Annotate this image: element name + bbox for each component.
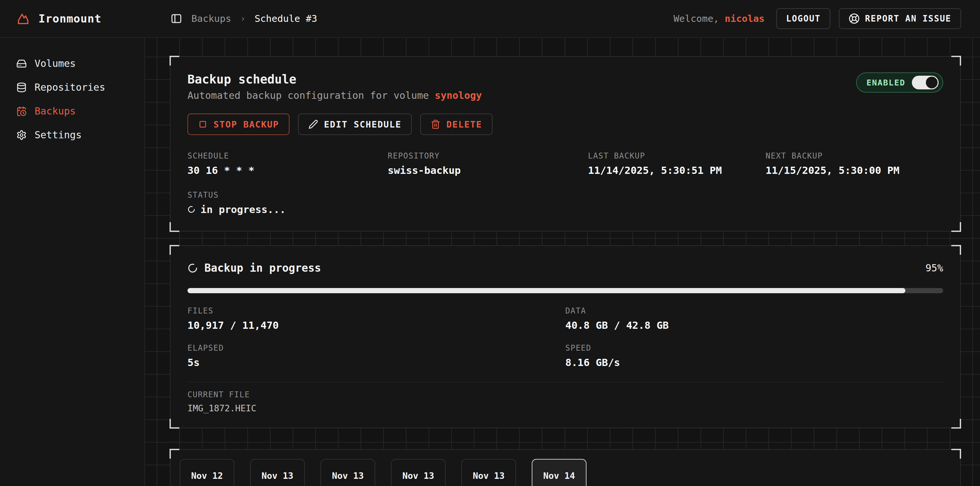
progress-bar — [188, 288, 943, 293]
toggle-knob — [926, 76, 938, 88]
sidebar-item-settings[interactable]: Settings — [0, 123, 145, 147]
delete-button-label: DELETE — [446, 120, 482, 129]
stat-label: SPEED — [565, 343, 943, 352]
history-item[interactable]: Nov 13 06:04 PM 92.2 GB — [320, 459, 375, 486]
report-issue-button[interactable]: REPORT AN ISSUE — [839, 8, 961, 29]
loader-icon — [188, 263, 198, 273]
app-title: Ironmount — [38, 12, 102, 25]
lifebuoy-icon — [849, 13, 860, 24]
history-item-date: Nov 13 — [391, 471, 445, 481]
stat-speed: SPEED 8.16 GB/s — [565, 343, 943, 368]
field-repository: REPOSITORY swiss-backup — [388, 151, 588, 176]
backup-progress-panel: Backup in progress 95% FILES 10,917 / 11… — [170, 245, 961, 428]
field-label: LAST BACKUP — [588, 151, 766, 161]
stop-backup-button[interactable]: STOP BACKUP — [188, 113, 290, 135]
history-item-date: Nov 13 — [321, 471, 375, 481]
breadcrumb: Backups › Schedule #3 — [145, 13, 317, 24]
field-last-backup: LAST BACKUP 11/14/2025, 5:30:51 PM — [588, 151, 766, 176]
stat-files: FILES 10,917 / 11,470 — [188, 306, 565, 331]
database-icon — [16, 82, 27, 92]
sidebar-item-volumes[interactable]: Volumes — [0, 51, 145, 75]
corner-bracket — [951, 222, 961, 232]
stat-label: FILES — [188, 306, 565, 316]
sidebar-item-label: Backups — [35, 105, 76, 117]
stat-value: 5s — [188, 357, 565, 368]
stat-label: DATA — [565, 306, 943, 316]
brand: Ironmount — [0, 11, 145, 26]
sidebar: Volumes Repositories Backups — [0, 38, 145, 486]
edit-schedule-button[interactable]: EDIT SCHEDULE — [298, 113, 412, 135]
corner-bracket — [951, 449, 961, 459]
corner-bracket — [170, 56, 179, 65]
breadcrumb-separator: › — [240, 14, 245, 24]
mountain-logo-icon — [16, 11, 31, 26]
spinner-icon — [188, 206, 195, 214]
backup-history-panel: Nov 12 05:30 PM 92.2 GB Nov 13 05:30 PM … — [170, 449, 961, 486]
field-label: NEXT BACKUP — [765, 151, 943, 161]
history-item-date: Nov 13 — [462, 471, 515, 481]
current-file-label: CURRENT FILE — [188, 390, 943, 399]
stat-elapsed: ELAPSED 5s — [188, 343, 565, 368]
corner-bracket — [170, 222, 179, 232]
field-value: 11/14/2025, 5:30:51 PM — [588, 164, 766, 176]
volume-name: synology — [435, 90, 482, 101]
sidebar-item-label: Volumes — [35, 58, 76, 69]
current-file: CURRENT FILE IMG_1872.HEIC — [188, 382, 943, 413]
stat-data: DATA 40.8 GB / 42.8 GB — [565, 306, 943, 331]
backup-schedule-panel: Backup schedule Automated backup configu… — [170, 56, 961, 232]
stop-backup-button-label: STOP BACKUP — [213, 120, 279, 129]
field-label: SCHEDULE — [188, 151, 388, 161]
trash-icon — [431, 120, 441, 129]
sidebar-toggle-icon[interactable] — [170, 13, 182, 24]
sidebar-item-label: Repositories — [35, 81, 105, 93]
gear-icon — [16, 130, 27, 140]
corner-bracket — [170, 449, 179, 459]
status-text: in progress... — [200, 204, 286, 215]
field-next-backup: NEXT BACKUP 11/15/2025, 5:30:00 PM — [765, 151, 943, 176]
history-item-selected[interactable]: Nov 14 05:30 PM 92.2 GB — [532, 459, 587, 486]
progress-fill — [188, 288, 905, 293]
history-item-date: Nov 14 — [532, 471, 586, 481]
history-item[interactable]: Nov 13 08:52 PM 92.2 GB — [461, 459, 516, 486]
current-file-value: IMG_1872.HEIC — [188, 403, 943, 413]
field-label: STATUS — [188, 191, 943, 200]
stat-label: ELAPSED — [188, 343, 565, 352]
corner-bracket — [951, 419, 961, 429]
hard-drive-icon — [16, 58, 27, 69]
pencil-icon — [309, 120, 318, 129]
progress-percent: 95% — [926, 262, 943, 274]
logout-button-label: LOGOUT — [786, 14, 821, 24]
stat-value: 8.16 GB/s — [565, 357, 943, 368]
header-actions: Welcome, nicolas LOGOUT REPORT AN ISSUE — [673, 8, 980, 29]
enabled-toggle-label: ENABLED — [867, 78, 905, 88]
sidebar-item-label: Settings — [35, 129, 82, 140]
history-item-date: Nov 12 — [180, 471, 234, 481]
enabled-toggle[interactable]: ENABLED — [856, 72, 943, 92]
corner-bracket — [951, 245, 961, 255]
field-value: swiss-backup — [388, 164, 588, 176]
sidebar-item-repositories[interactable]: Repositories — [0, 75, 145, 99]
stop-square-icon — [198, 120, 208, 129]
field-schedule: SCHEDULE 30 16 * * * — [188, 151, 388, 176]
history-item[interactable]: Nov 12 05:30 PM 92.2 GB — [180, 459, 234, 486]
breadcrumb-section[interactable]: Backups — [191, 13, 231, 24]
app-header: Ironmount Backups › Schedule #3 Welcome,… — [0, 0, 980, 38]
corner-bracket — [170, 419, 179, 429]
stat-value: 10,917 / 11,470 — [188, 319, 565, 331]
history-item[interactable]: Nov 13 05:30 PM 92.2 GB — [250, 459, 305, 486]
panel-subtitle: Automated backup configuration for volum… — [188, 90, 482, 101]
toggle-switch[interactable] — [912, 76, 939, 89]
history-item-date: Nov 13 — [251, 471, 304, 481]
username: nicolas — [725, 13, 765, 24]
field-value: 30 16 * * * — [188, 164, 388, 176]
progress-title: Backup in progress — [204, 261, 321, 274]
sidebar-item-backups[interactable]: Backups — [0, 99, 145, 123]
history-item[interactable]: Nov 13 06:05 PM 92.2 GB — [391, 459, 445, 486]
logout-button[interactable]: LOGOUT — [776, 8, 830, 29]
stat-value: 40.8 GB / 42.8 GB — [565, 319, 943, 331]
delete-button[interactable]: DELETE — [420, 113, 493, 135]
corner-bracket — [170, 245, 179, 255]
field-status: STATUS in progress... — [188, 191, 943, 215]
welcome-text: Welcome, nicolas — [673, 13, 765, 24]
report-issue-button-label: REPORT AN ISSUE — [865, 14, 951, 24]
